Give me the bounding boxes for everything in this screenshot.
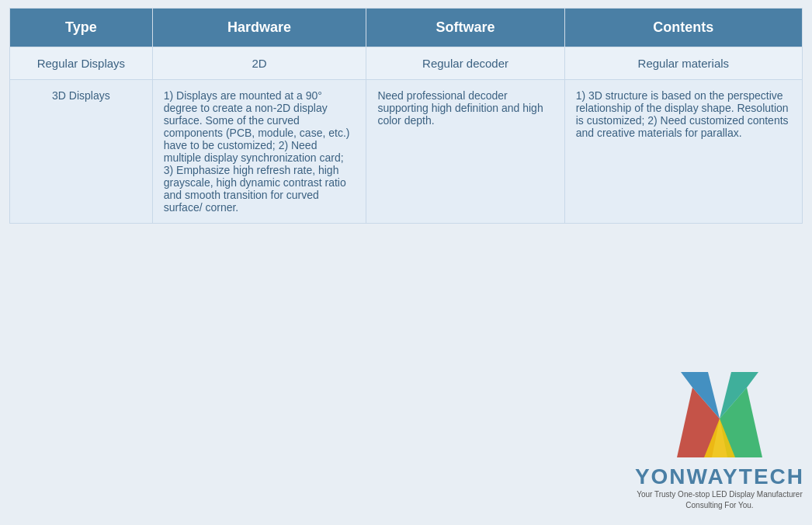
- svg-marker-3: [681, 372, 720, 419]
- table-row-regular: Regular Displays 2D Regular decoder Regu…: [10, 47, 803, 80]
- regular-contents: Regular materials: [564, 47, 802, 80]
- logo-name: YONWAYTECH: [635, 464, 804, 489]
- table-row-3d: 3D Displays 1) Displays are mounted at a…: [10, 80, 803, 224]
- header-software: Software: [366, 9, 564, 47]
- 3d-hardware: 1) Displays are mounted at a 90° degree …: [152, 80, 366, 224]
- svg-marker-1: [720, 388, 762, 457]
- 3d-type: 3D Displays: [10, 80, 153, 224]
- comparison-table: Type Hardware Software Contents Regular …: [9, 8, 803, 224]
- logo-overlay: YONWAYTECH Your Trusty One-stop LED Disp…: [635, 368, 804, 511]
- svg-marker-0: [677, 388, 720, 457]
- logo-text-block: YONWAYTECH Your Trusty One-stop LED Disp…: [635, 464, 804, 511]
- svg-marker-2: [704, 419, 735, 457]
- header-contents: Contents: [564, 9, 802, 47]
- header-type: Type: [10, 9, 153, 47]
- regular-hardware: 2D: [152, 47, 366, 80]
- logo-graphic: [669, 368, 770, 461]
- regular-type: Regular Displays: [10, 47, 153, 80]
- 3d-software: Need professional decoder supporting hig…: [366, 80, 564, 224]
- table-wrapper: Type Hardware Software Contents Regular …: [0, 0, 812, 525]
- svg-marker-4: [720, 372, 758, 419]
- header-hardware: Hardware: [152, 9, 366, 47]
- header-row: Type Hardware Software Contents: [10, 9, 803, 47]
- 3d-contents: 1) 3D structure is based on the perspect…: [564, 80, 802, 224]
- regular-software: Regular decoder: [366, 47, 564, 80]
- logo-tagline: Your Trusty One-stop LED Display Manufac…: [635, 489, 804, 511]
